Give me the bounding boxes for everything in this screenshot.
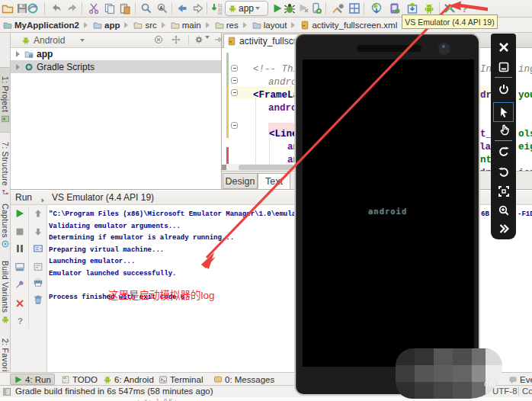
rerun-icon[interactable] — [14, 208, 25, 219]
stop-icon[interactable] — [14, 226, 25, 237]
coverage-icon[interactable] — [297, 2, 309, 14]
toolbar-separator[interactable] — [44, 2, 45, 14]
settings-icon[interactable] — [332, 2, 344, 14]
up-stack-icon[interactable] — [33, 208, 43, 219]
toolbar-separator[interactable] — [171, 2, 172, 14]
toolwindow-android[interactable]: 6: Android — [100, 374, 157, 385]
status-message: Gradle build finished in 6s 547ms (58 mi… — [15, 387, 213, 396]
stripe-tab-structure[interactable]: 7: Structure — [0, 138, 10, 200]
cursor-icon[interactable] — [498, 106, 510, 118]
toolbar-separator[interactable] — [364, 2, 364, 14]
tab-text[interactable]: Text — [258, 173, 290, 189]
fold-icon[interactable] — [231, 89, 238, 96]
undo-icon[interactable] — [50, 2, 62, 14]
emulator-screen[interactable]: android — [303, 59, 474, 367]
console-settings-icon[interactable] — [33, 243, 43, 254]
more-icon[interactable] — [498, 223, 510, 235]
stripe-tab-captures[interactable]: Captures — [0, 204, 10, 248]
toolbar-separator[interactable] — [135, 2, 136, 14]
collapse-all-icon[interactable] — [154, 35, 163, 44]
rotate-left-icon[interactable] — [498, 146, 510, 158]
sync-icon[interactable] — [27, 2, 39, 14]
show-console-icon[interactable] — [14, 261, 25, 272]
down-stack-icon[interactable] — [33, 226, 43, 237]
run-session-icon — [38, 193, 47, 202]
file-encoding[interactable]: UTF-8 — [492, 387, 518, 396]
fit-screen-icon[interactable] — [498, 185, 510, 197]
stripe-tab-project[interactable]: 1: Project — [0, 67, 10, 133]
emulator-window[interactable]: android — [294, 33, 480, 396]
pause-icon[interactable] — [14, 243, 25, 254]
toolbar-separator[interactable] — [439, 2, 440, 14]
paste-icon[interactable] — [119, 2, 131, 14]
forward-icon[interactable] — [192, 2, 204, 14]
breadcrumb-app[interactable]: app — [93, 21, 132, 30]
breadcrumb-src[interactable]: src — [133, 21, 168, 30]
gear-icon[interactable] — [194, 35, 204, 44]
close-icon[interactable] — [14, 298, 25, 309]
scroll-to-source-icon[interactable] — [171, 35, 181, 44]
rotate-right-icon[interactable] — [498, 166, 510, 178]
project-structure-icon[interactable] — [348, 2, 361, 14]
stripe-tab-build-variants[interactable]: Build Variants — [0, 255, 10, 329]
breadcrumb-separator-icon — [84, 22, 88, 28]
toolbar-separator[interactable] — [325, 2, 326, 14]
redo-icon[interactable] — [66, 2, 79, 14]
toolwindow-terminal[interactable]: Terminal — [155, 374, 206, 385]
run-configuration-select[interactable]: app — [225, 1, 268, 16]
cut-icon[interactable] — [88, 2, 100, 14]
power-icon[interactable] — [498, 83, 510, 95]
avd-manager-icon[interactable] — [406, 2, 418, 14]
toolbar-separator[interactable] — [207, 2, 207, 14]
breadcrumb-main[interactable]: main — [171, 21, 213, 30]
clear-icon[interactable] — [33, 294, 43, 305]
run-icon[interactable] — [271, 2, 284, 14]
expand-arrow-icon[interactable] — [16, 51, 20, 57]
toolwindow-run[interactable]: 4: Run — [10, 374, 55, 385]
horizontal-scrollbar[interactable] — [222, 164, 294, 171]
pin-icon[interactable] — [14, 279, 25, 290]
touch-icon[interactable] — [498, 124, 510, 136]
fold-icon[interactable] — [231, 122, 238, 129]
project-view-selector[interactable]: Android — [18, 34, 88, 47]
breadcrumb-layout[interactable]: layout — [252, 21, 300, 30]
debug-icon[interactable] — [284, 2, 296, 14]
help-icon[interactable] — [458, 2, 470, 14]
breadcrumb-res[interactable]: res — [215, 21, 251, 30]
context-widget[interactable]: Co — [518, 387, 532, 396]
soft-wrap-icon[interactable] — [33, 261, 43, 272]
help-icon[interactable] — [14, 316, 25, 326]
attach-debugger-icon[interactable] — [310, 2, 322, 14]
back-icon[interactable] — [176, 2, 188, 14]
toolbar-separator[interactable] — [82, 2, 82, 14]
replace-icon[interactable] — [156, 2, 168, 14]
android-icon[interactable] — [423, 2, 435, 14]
tree-item-gradle-scripts[interactable]: Gradle Scripts — [11, 60, 221, 73]
toolwindow-todo[interactable]: TODO — [58, 374, 101, 385]
sdk-manager-icon[interactable] — [370, 2, 383, 14]
zoom-in-icon[interactable] — [498, 204, 510, 217]
minimize-icon[interactable] — [498, 61, 510, 73]
toolwindow-toggle-icon[interactable] — [2, 387, 11, 396]
toolwindow-event-log[interactable]: Eve — [505, 374, 532, 385]
open-icon[interactable] — [2, 2, 14, 14]
breadcrumb-file[interactable]: activity_fullscreen.xml — [300, 21, 409, 30]
close-icon[interactable] — [498, 41, 510, 53]
expand-arrow-icon[interactable] — [16, 64, 20, 70]
tree-item-app[interactable]: app — [11, 47, 221, 60]
scrollbar-thumb[interactable] — [239, 165, 294, 170]
tool-window-icon — [14, 375, 23, 384]
update-sources-icon[interactable] — [211, 2, 223, 14]
copy-icon[interactable] — [104, 2, 116, 14]
tree-item-icon — [24, 50, 34, 59]
find-icon[interactable] — [140, 2, 152, 14]
toolwindow-messages[interactable]: 0: Messages — [210, 374, 277, 385]
android-monitor-icon[interactable] — [389, 2, 401, 14]
tool-window-icon — [159, 375, 168, 384]
fold-icon[interactable] — [231, 65, 238, 72]
fold-icon[interactable] — [231, 77, 238, 84]
print-icon[interactable] — [33, 277, 43, 287]
tab-design[interactable]: Design — [223, 173, 258, 189]
breadcrumb-project[interactable]: MyApplication2 — [3, 21, 91, 30]
vs-emulator-icon[interactable] — [444, 2, 456, 14]
